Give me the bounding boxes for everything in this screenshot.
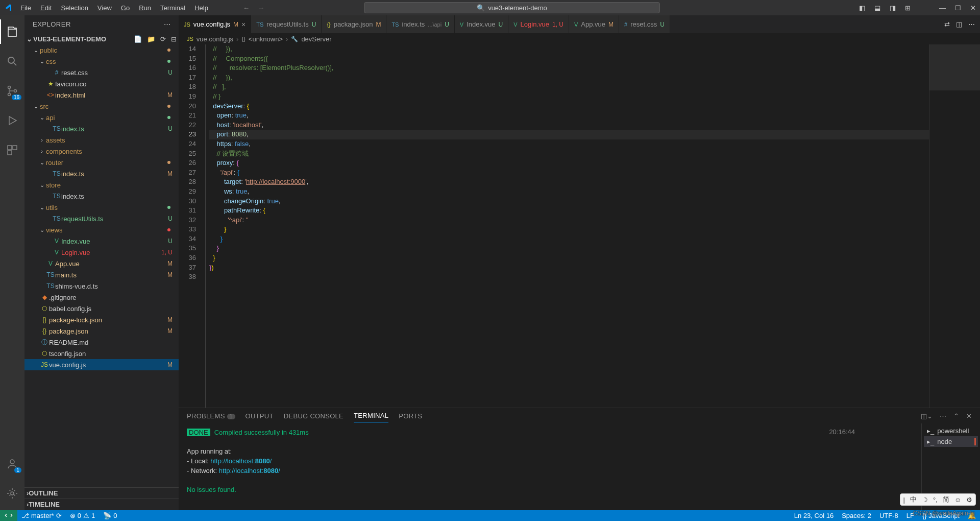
panel-tab-terminal[interactable]: TERMINAL — [354, 409, 388, 423]
status-ports[interactable]: 📡0 — [99, 512, 121, 519]
terminal-item-powershell[interactable]: ▸_powershell — [924, 425, 978, 436]
file-item[interactable]: ⬡tsconfig.json — [24, 348, 179, 359]
refresh-icon[interactable]: ⟳ — [160, 35, 166, 43]
file-item[interactable]: TSmain.tsM — [24, 269, 179, 280]
minimap[interactable] — [929, 44, 980, 408]
folder-item[interactable]: ⌄store — [24, 179, 179, 191]
svg-point-3 — [14, 90, 17, 92]
file-item[interactable]: VLogin.vue1, U — [24, 247, 179, 258]
file-item[interactable]: TSindex.tsM — [24, 168, 179, 179]
menu-file[interactable]: File — [16, 2, 35, 14]
maximize-icon[interactable]: ☐ — [955, 4, 961, 12]
activity-scm-icon[interactable]: 16 — [0, 79, 24, 103]
watermark: CSDN @smileAgain-lg — [913, 510, 975, 517]
editor-tab[interactable]: JSvue.config.jsM× — [179, 15, 251, 33]
split-terminal-icon[interactable]: ◫⌄ — [921, 412, 933, 420]
folder-item[interactable]: ⌄utils — [24, 202, 179, 213]
file-item[interactable]: TSindex.ts — [24, 191, 179, 202]
panel-tab-output[interactable]: OUTPUT — [246, 409, 274, 423]
folder-item[interactable]: ⌄router — [24, 157, 179, 168]
nav-forward-icon[interactable]: → — [258, 4, 264, 12]
file-item[interactable]: TSrequestUtils.tsU — [24, 213, 179, 224]
chevron-up-icon[interactable]: ⌃ — [953, 412, 959, 420]
status-spaces[interactable]: Spaces: 2 — [838, 512, 875, 519]
chevron-down-icon[interactable]: ⌄ — [27, 35, 32, 43]
close-panel-icon[interactable]: ✕ — [966, 412, 972, 420]
layout-toggle-panel-icon[interactable]: ⬓ — [874, 4, 880, 12]
file-item[interactable]: VIndex.vueU — [24, 235, 179, 247]
folder-item[interactable]: ⌄public — [24, 44, 179, 56]
collapse-icon[interactable]: ⊟ — [171, 35, 177, 43]
new-file-icon[interactable]: 📄 — [134, 35, 142, 43]
menu-terminal[interactable]: Terminal — [156, 2, 189, 14]
editor-tab[interactable]: {}package.jsonM — [322, 15, 386, 33]
terminal-item-node[interactable]: ▸_node — [924, 436, 978, 447]
layout-customize-icon[interactable]: ⊞ — [905, 4, 911, 12]
folder-item[interactable]: ⌄css — [24, 56, 179, 67]
new-folder-icon[interactable]: 📁 — [147, 35, 155, 43]
menu-run[interactable]: Run — [135, 2, 155, 14]
activity-explorer-icon[interactable] — [0, 19, 24, 44]
file-item[interactable]: TSindex.tsU — [24, 123, 179, 134]
activity-debug-icon[interactable] — [0, 108, 24, 133]
file-item[interactable]: {}package-lock.jsonM — [24, 314, 179, 325]
editor-tab[interactable]: VLogin.vue1, U — [508, 15, 569, 33]
folder-item[interactable]: ⌄views — [24, 224, 179, 235]
editor-tab[interactable]: #reset.cssU — [619, 15, 670, 33]
outline-section[interactable]: ›OUTLINE — [24, 487, 179, 499]
menu-go[interactable]: Go — [117, 2, 134, 14]
file-item[interactable]: <>index.htmlM — [24, 89, 179, 101]
timeline-section[interactable]: ›TIMELINE — [24, 499, 179, 510]
command-center[interactable]: 🔍 vue3-element-demo — [364, 2, 660, 13]
tab-close-icon[interactable]: × — [241, 20, 246, 29]
folder-item[interactable]: ›components — [24, 146, 179, 157]
menu-selection[interactable]: Selection — [57, 2, 92, 14]
file-item[interactable]: TSshims-vue.d.ts — [24, 280, 179, 292]
editor-tab[interactable]: VIndex.vueU — [455, 15, 508, 33]
compare-icon[interactable]: ⇄ — [944, 20, 950, 28]
split-icon[interactable]: ◫ — [956, 20, 962, 28]
ime-bar[interactable]: | 中 ☽ °, 简 ☺ ⚙ — [900, 493, 976, 506]
more-icon[interactable]: ⋯ — [940, 412, 946, 420]
file-item[interactable]: ★favicon.ico — [24, 78, 179, 89]
editor[interactable]: 1415161718192021222324252627282930313233… — [179, 44, 980, 408]
activity-extensions-icon[interactable] — [0, 138, 24, 162]
menu-edit[interactable]: Edit — [36, 2, 56, 14]
editor-tab[interactable]: TSrequestUtils.tsU — [251, 15, 322, 33]
panel-tab-problems[interactable]: PROBLEMS1 — [187, 409, 235, 423]
activity-account-icon[interactable]: 1 — [0, 452, 24, 476]
breadcrumb[interactable]: JSvue.config.js›{}<unknown>›🔧devServer — [179, 33, 980, 44]
menu-help[interactable]: Help — [190, 2, 212, 14]
folder-item[interactable]: ⌄api — [24, 112, 179, 123]
status-encoding[interactable]: UTF-8 — [875, 512, 902, 519]
close-icon[interactable]: ✕ — [970, 4, 976, 12]
terminal-output[interactable]: DONE Compiled successfully in 431ms20:16… — [179, 423, 921, 510]
file-item[interactable]: {}package.jsonM — [24, 325, 179, 337]
activity-settings-icon[interactable] — [0, 481, 24, 506]
activity-search-icon[interactable] — [0, 49, 24, 74]
file-item[interactable]: ◆.gitignore — [24, 292, 179, 303]
layout-toggle-secondary-icon[interactable]: ◨ — [890, 4, 896, 12]
more-icon[interactable]: ⋯ — [968, 20, 975, 28]
explorer-more-icon[interactable]: ⋯ — [164, 20, 171, 28]
minimize-icon[interactable]: — — [939, 4, 946, 12]
panel-tab-debug console[interactable]: DEBUG CONSOLE — [284, 409, 344, 423]
status-problems[interactable]: ⊗0⚠1 — [66, 512, 99, 519]
panel-tab-ports[interactable]: PORTS — [399, 409, 422, 423]
folder-item[interactable]: ⌄src — [24, 101, 179, 112]
editor-tab[interactable]: VApp.vueM — [569, 15, 619, 33]
status-branch[interactable]: ⎇master*⟳ — [17, 512, 66, 519]
code-content[interactable]: // }), // Components({ // resolvers: [El… — [209, 44, 929, 408]
status-cursor[interactable]: Ln 23, Col 16 — [790, 512, 838, 519]
folder-item[interactable]: ›assets — [24, 134, 179, 146]
file-item[interactable]: VApp.vueM — [24, 258, 179, 269]
editor-tab[interactable]: TSindex.ts...\apiU — [386, 15, 454, 33]
file-item[interactable]: ⬡babel.config.js — [24, 303, 179, 314]
layout-toggle-primary-icon[interactable]: ◧ — [859, 4, 865, 12]
file-item[interactable]: #reset.cssU — [24, 67, 179, 78]
file-item[interactable]: ⓘREADME.md — [24, 337, 179, 348]
remote-button[interactable] — [0, 510, 17, 521]
file-item[interactable]: JSvue.config.jsM — [24, 359, 179, 370]
nav-back-icon[interactable]: ← — [243, 4, 250, 12]
menu-view[interactable]: View — [93, 2, 116, 14]
